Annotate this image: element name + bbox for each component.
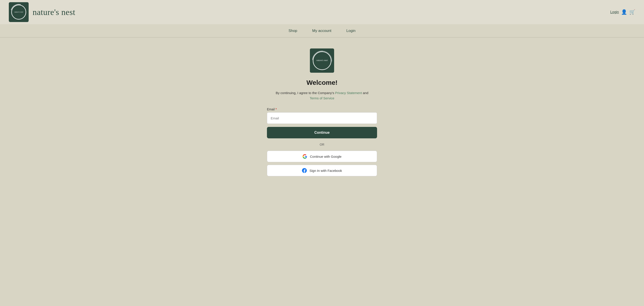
nav-item-login[interactable]: Login [346,27,356,35]
or-divider: OR [267,143,377,146]
nav-item-shop[interactable]: Shop [288,27,298,35]
center-logo-text: nature's nest [316,59,328,62]
welcome-title: Welcome! [306,79,338,86]
main-content: nature's nest Welcome! By continuing, I … [0,38,644,196]
cart-icon[interactable]: 🛒 [629,9,635,15]
header-logo-text: nature's nest [14,11,23,13]
google-icon [302,154,307,159]
header-logo[interactable]: nature's nest [9,2,29,22]
top-header: nature's nest nature's nest Login 👤 🛒 [0,0,644,24]
nav-bar: Shop My account Login [0,24,644,38]
google-signin-button[interactable]: Continue with Google [267,151,377,162]
continue-button[interactable]: Continue [267,127,377,138]
email-label: Email * [267,108,377,111]
required-star: * [276,108,277,111]
privacy-link[interactable]: Privacy Statement [335,91,362,95]
subtitle-and: and [363,91,368,95]
subtitle-part1: By continuing, I agree to the Company's [276,91,334,95]
header-right: Login 👤 🛒 [610,9,635,15]
login-form: Email * Continue OR Continue with Google [267,108,377,179]
tos-link[interactable]: Terms of Service [310,96,334,100]
email-input[interactable] [267,112,377,124]
header-login-link[interactable]: Login [610,10,619,14]
nav-item-my-account[interactable]: My account [312,27,332,35]
center-logo: nature's nest [310,48,334,73]
facebook-signin-button[interactable]: Sign In with Facebook [267,165,377,176]
facebook-icon [302,168,307,173]
brand-area: nature's nest nature's nest [9,2,75,22]
google-btn-label: Continue with Google [310,155,342,158]
facebook-btn-label: Sign In with Facebook [310,169,342,172]
user-icon[interactable]: 👤 [621,9,627,15]
brand-name: nature's nest [32,7,75,17]
subtitle-text: By continuing, I agree to the Company's … [276,90,368,101]
